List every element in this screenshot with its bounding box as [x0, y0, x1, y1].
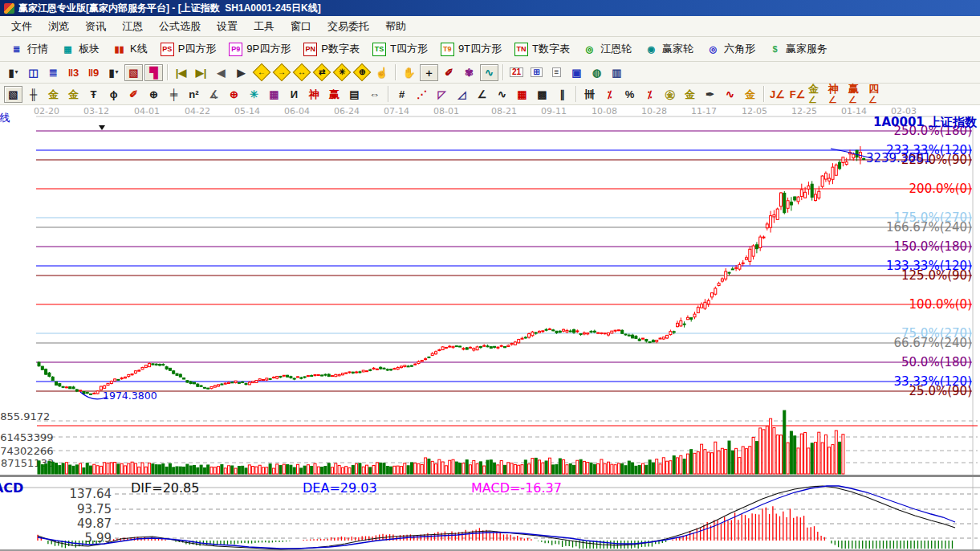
send-web-icon[interactable]: ◍	[588, 64, 606, 81]
hexagon-button[interactable]: ◎六角形	[700, 39, 762, 59]
zigzag-icon[interactable]: ∿	[493, 86, 511, 103]
expand-horizontal-icon[interactable]: ↔	[292, 64, 311, 81]
price-bars-icon[interactable]: 卌	[580, 86, 599, 103]
menu-item-8[interactable]: 窗口	[283, 16, 319, 37]
brush-icon[interactable]: ✒	[701, 86, 719, 103]
gann-pattern-box-icon[interactable]: ▧	[124, 64, 143, 81]
9p-square-button[interactable]: P99P四方形	[222, 39, 297, 59]
percent-line-icon[interactable]: ⁒	[640, 86, 659, 103]
wave-mark-icon[interactable]: И	[285, 86, 303, 103]
p-number-table-button[interactable]: PNP数字表	[297, 39, 366, 59]
menu-item-3[interactable]: 资讯	[77, 16, 114, 37]
shift-left-icon[interactable]: ←	[252, 64, 270, 81]
menu-item-5[interactable]: 公式选股	[151, 16, 209, 37]
bars-3-icon[interactable]: ‖3	[64, 64, 83, 81]
star-grid-icon[interactable]: ✳	[245, 86, 263, 103]
pin-tool-icon[interactable]: ✐	[124, 86, 143, 103]
circle-cross-icon[interactable]: ⊕	[225, 86, 243, 103]
gann-wheel-button[interactable]: ◎江恩轮	[576, 39, 638, 59]
system-pc-icon[interactable]: ▥	[608, 64, 626, 81]
hand-pan-icon[interactable]: ✋	[400, 64, 418, 81]
bars-9-icon[interactable]: ‖9	[84, 64, 103, 81]
ray-box-purple-icon[interactable]: ◸	[433, 86, 451, 103]
calculator-icon[interactable]: ⊞	[527, 64, 546, 81]
winner-service-button[interactable]: $赢家服务	[762, 39, 834, 59]
n-square-icon[interactable]: n²	[185, 86, 203, 103]
gold-ratio-2-icon[interactable]: 金	[64, 86, 83, 103]
gann-ruler-icon[interactable]: ╫	[24, 86, 43, 103]
parallel-lines-icon[interactable]: ∥	[553, 86, 571, 103]
ray-fan-red-icon[interactable]: ⋰	[413, 86, 431, 103]
angle-fan-icon[interactable]: ∡	[205, 86, 223, 103]
next-bar-icon[interactable]: ▶	[232, 64, 250, 81]
f-angle-icon[interactable]: F∠	[788, 86, 807, 103]
candle-type-icon[interactable]: ▮▾	[104, 64, 123, 81]
grid-ruler-icon[interactable]: ╪	[165, 86, 183, 103]
t-number-table-button[interactable]: TNT数字表	[508, 39, 576, 59]
menu-item-2[interactable]: 浏览	[40, 16, 77, 37]
gold-angle-icon[interactable]: 金∠	[808, 86, 827, 103]
crosshair-icon[interactable]: ＋	[420, 64, 438, 81]
percent-slash-icon[interactable]: ⁒	[600, 86, 619, 103]
draw-pointer-icon[interactable]: ☝	[372, 64, 391, 81]
angle-lines-icon[interactable]: ∠	[473, 86, 491, 103]
zoom-full-icon[interactable]: ✳	[332, 64, 351, 81]
ying-angle-icon[interactable]: 赢∠	[848, 86, 867, 103]
kline-button[interactable]: ▮▮K线	[106, 39, 154, 59]
p-square-button[interactable]: PSP四方形	[154, 39, 223, 59]
shift-right-icon[interactable]: →	[272, 64, 291, 81]
fibo-ruler-icon[interactable]: Ŧ	[84, 86, 103, 103]
prev-bar-icon[interactable]: ◀	[212, 64, 230, 81]
ray-box-blue-icon[interactable]: ◿	[453, 86, 471, 103]
menu-item-1[interactable]: 文件	[3, 16, 40, 37]
menu-item-7[interactable]: 工具	[246, 16, 283, 37]
tool-active-icon[interactable]: ▧	[4, 86, 22, 103]
percent-icon[interactable]: %	[620, 86, 639, 103]
menu-item-6[interactable]: 设置	[209, 16, 246, 37]
gold-circle-icon[interactable]: ㊎	[661, 86, 679, 103]
sectors-button[interactable]: ▦板块	[55, 39, 106, 59]
square-grid-icon[interactable]: ▦	[265, 86, 283, 103]
a-wave-icon[interactable]: ∿	[721, 86, 739, 103]
zoom-circle-icon[interactable]: ⊕	[352, 64, 371, 81]
time-circle-icon[interactable]: ⊕	[144, 86, 163, 103]
gold-ratio-1-icon[interactable]: 金	[44, 86, 63, 103]
zoom-pin-icon[interactable]: ✐	[440, 64, 458, 81]
winner-wheel-button[interactable]: ◉赢家轮	[638, 39, 700, 59]
menu-item-9[interactable]: 交易委托	[319, 16, 377, 37]
color-histogram-icon[interactable]: ▜	[144, 64, 163, 81]
date-tick-label: 09-11	[541, 106, 567, 116]
save-icon[interactable]: ▣	[567, 64, 586, 81]
menu-item-10[interactable]: 帮助	[377, 16, 414, 37]
t-square-button[interactable]: TST四方形	[366, 39, 434, 59]
first-bar-icon[interactable]: |◀	[172, 64, 190, 81]
kline-style-icon[interactable]: ▮▾	[4, 64, 22, 81]
menu-item-4[interactable]: 江恩	[114, 16, 151, 37]
span-arrows-icon[interactable]: ⇔	[365, 86, 384, 103]
wave-tool-icon[interactable]: ∿	[480, 64, 498, 81]
box-frame-icon[interactable]: #	[392, 86, 411, 103]
info-list-icon[interactable]: ≣	[44, 64, 63, 81]
grid-123-icon[interactable]: ▤	[345, 86, 364, 103]
last-bar-icon[interactable]: ▶|	[192, 64, 210, 81]
chart-area[interactable]: 02-2003-1204-0104-2205-1406-0406-2407-14…	[0, 105, 980, 551]
gold-wave-icon[interactable]: 金	[741, 86, 759, 103]
shen-tool-icon[interactable]: 神	[305, 86, 323, 103]
grid-arrow-icon[interactable]: ▩	[533, 86, 551, 103]
shen-angle-icon[interactable]: 神∠	[828, 86, 847, 103]
ying-tool-icon[interactable]: 赢	[325, 86, 344, 103]
9t-square-button[interactable]: T99T四方形	[434, 39, 508, 59]
gann-level-label: 66.67%(240)	[893, 336, 972, 350]
quotes-button[interactable]: ≣行情	[3, 39, 55, 59]
overlay-chart-icon[interactable]: ◫	[24, 64, 43, 81]
compress-horizontal-icon[interactable]: ⇄	[312, 64, 331, 81]
p-number-table-label: P数字表	[321, 42, 360, 56]
calendar-icon[interactable]: 21	[507, 64, 526, 81]
gold-level-icon[interactable]: 金	[681, 86, 699, 103]
notepad-icon[interactable]: ≡	[547, 64, 566, 81]
spiral-icon[interactable]: ϕ	[104, 86, 123, 103]
red-grid-icon[interactable]: ▦	[513, 86, 531, 103]
si-angle-icon[interactable]: 四∠	[868, 86, 887, 103]
j-angle-icon[interactable]: J∠	[768, 86, 787, 103]
box-tool-icon[interactable]: ✾	[460, 64, 478, 81]
